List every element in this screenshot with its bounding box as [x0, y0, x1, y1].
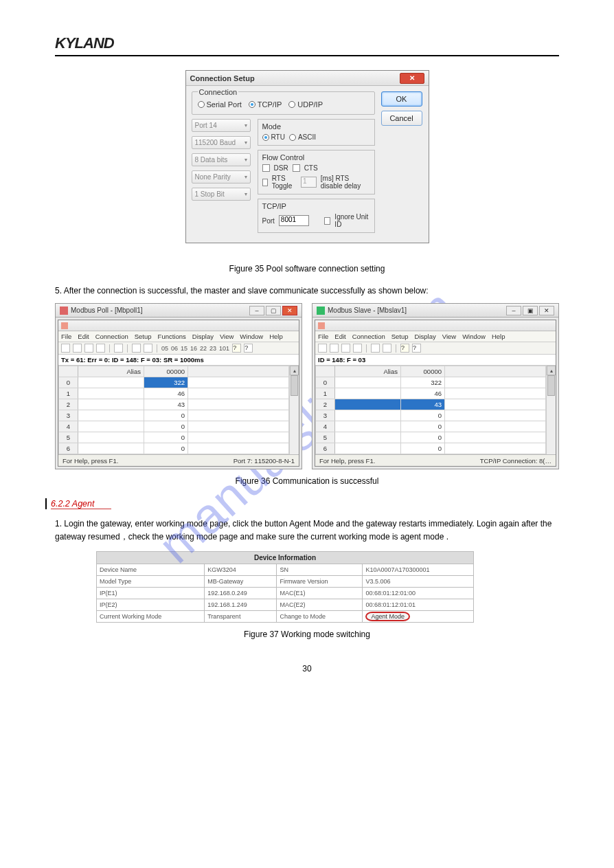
cell[interactable]: 0 [401, 410, 445, 421]
radio-serial-port[interactable]: Serial Port [198, 100, 242, 109]
checkbox-cts[interactable] [293, 164, 300, 172]
port-combo[interactable]: Port 14▾ [192, 119, 251, 132]
menu-view[interactable]: View [220, 333, 234, 340]
whatsthis-icon[interactable]: ? [412, 344, 421, 353]
cell[interactable] [335, 421, 401, 432]
conn-icon[interactable] [371, 344, 380, 353]
vertical-scrollbar[interactable]: ▴ [546, 366, 556, 454]
menubar[interactable]: File Edit Connection Setup Functions Dis… [58, 331, 299, 342]
scroll-thumb[interactable] [291, 375, 298, 396]
cell[interactable]: 0 [401, 432, 445, 443]
new-icon[interactable] [61, 344, 70, 353]
row-header[interactable]: 2 [316, 399, 335, 410]
scroll-up-icon[interactable]: ▴ [290, 366, 299, 375]
cell[interactable]: 0 [144, 421, 188, 432]
row-header[interactable]: 5 [316, 432, 335, 443]
close-icon[interactable]: ✕ [539, 306, 554, 315]
cell[interactable] [335, 410, 401, 421]
print-icon[interactable] [353, 344, 362, 353]
fn-16[interactable]: 16 [190, 345, 197, 352]
stopbit-combo[interactable]: 1 Stop Bit▾ [192, 188, 251, 201]
agent-mode-button[interactable]: Agent Mode [365, 612, 410, 621]
open-icon[interactable] [330, 344, 339, 353]
save-icon[interactable] [84, 344, 93, 353]
menubar[interactable]: File Edit Connection Setup Display View … [315, 331, 556, 342]
baud-combo[interactable]: 115200 Baud▾ [192, 136, 251, 149]
menu-help[interactable]: Help [269, 333, 283, 340]
row-header[interactable]: 1 [59, 388, 78, 399]
row-header[interactable]: 4 [59, 421, 78, 432]
fn-05[interactable]: 05 [161, 345, 168, 352]
col-value[interactable]: 00000 [401, 366, 445, 377]
minimize-icon[interactable]: – [249, 306, 264, 315]
col-alias[interactable]: Alias [335, 366, 401, 377]
row-header[interactable]: 5 [59, 432, 78, 443]
cell[interactable] [78, 421, 144, 432]
checkbox-dsr[interactable] [262, 164, 270, 172]
menu-window[interactable]: Window [240, 333, 263, 340]
menu-help[interactable]: Help [492, 333, 505, 340]
toolbar[interactable]: ? ? [315, 342, 556, 355]
toolbar[interactable]: 05 06 15 16 22 23 101 ? ? [58, 342, 299, 355]
cell[interactable]: 0 [144, 432, 188, 443]
ok-button[interactable]: OK [381, 91, 422, 107]
disconn-icon[interactable] [383, 344, 391, 353]
fn-22[interactable]: 22 [200, 345, 207, 352]
close-icon[interactable]: ✕ [400, 73, 424, 84]
menu-edit[interactable]: Edit [334, 333, 345, 340]
col-alias[interactable]: Alias [78, 366, 144, 377]
cell[interactable] [78, 388, 144, 399]
minimize-icon[interactable]: – [506, 306, 521, 315]
data-grid[interactable]: Alias00000 0322 146 243 30 40 50 60 [58, 366, 289, 454]
print-icon[interactable] [96, 344, 105, 353]
menu-connection[interactable]: Connection [95, 333, 128, 340]
cell[interactable] [335, 388, 401, 399]
cell[interactable] [335, 443, 401, 454]
row-header[interactable]: 0 [59, 377, 78, 388]
cell[interactable]: 0 [144, 443, 188, 454]
cell[interactable]: 46 [401, 388, 445, 399]
menu-functions[interactable]: Functions [158, 333, 186, 340]
close-icon[interactable]: ✕ [282, 306, 297, 315]
menu-file[interactable]: File [61, 333, 71, 340]
menu-edit[interactable]: Edit [78, 333, 89, 340]
menu-connection[interactable]: Connection [352, 333, 385, 340]
cell[interactable]: 322 [401, 377, 445, 388]
scroll-thumb[interactable] [547, 375, 555, 396]
row-header[interactable]: 1 [316, 388, 335, 399]
save-icon[interactable] [341, 344, 350, 353]
radio-tcpip[interactable]: TCP/IP [249, 100, 282, 109]
help-icon[interactable]: ? [232, 344, 241, 353]
menu-display[interactable]: Display [415, 333, 436, 340]
radio-rtu[interactable]: RTU [262, 133, 285, 141]
dialog-titlebar[interactable]: Connection Setup ✕ [186, 71, 429, 86]
fn-23[interactable]: 23 [209, 345, 216, 352]
vertical-scrollbar[interactable]: ▴ [289, 366, 299, 454]
cell[interactable] [78, 432, 144, 443]
cell[interactable] [78, 410, 144, 421]
cell[interactable]: 0 [401, 421, 445, 432]
cancel-button[interactable]: Cancel [381, 111, 422, 126]
window-titlebar[interactable]: Modbus Poll - [Mbpoll1] – ▢ ✕ [56, 304, 302, 318]
menu-file[interactable]: File [318, 333, 328, 340]
rts-delay-input[interactable]: 1 [301, 177, 317, 188]
menu-setup[interactable]: Setup [391, 333, 409, 340]
checkbox-rts-toggle[interactable] [262, 179, 268, 186]
fn-15[interactable]: 15 [181, 345, 187, 352]
data-grid[interactable]: Alias00000 0322 146 243 30 40 50 60 [315, 366, 546, 454]
disconn-icon[interactable] [144, 344, 152, 353]
cell[interactable]: 46 [144, 388, 188, 399]
row-header[interactable]: 6 [59, 443, 78, 454]
cut-icon[interactable] [114, 344, 123, 353]
conn-icon[interactable] [132, 344, 141, 353]
cell[interactable] [78, 399, 144, 410]
maximize-icon[interactable]: ▢ [266, 306, 281, 315]
whatsthis-icon[interactable]: ? [244, 344, 253, 353]
menu-setup[interactable]: Setup [135, 333, 152, 340]
cell[interactable] [335, 377, 401, 388]
radio-udpip[interactable]: UDP/IP [288, 100, 323, 109]
maximize-icon[interactable]: ▣ [523, 306, 538, 315]
cell[interactable] [335, 399, 401, 410]
row-header[interactable]: 3 [59, 410, 78, 421]
databits-combo[interactable]: 8 Data bits▾ [192, 153, 251, 166]
